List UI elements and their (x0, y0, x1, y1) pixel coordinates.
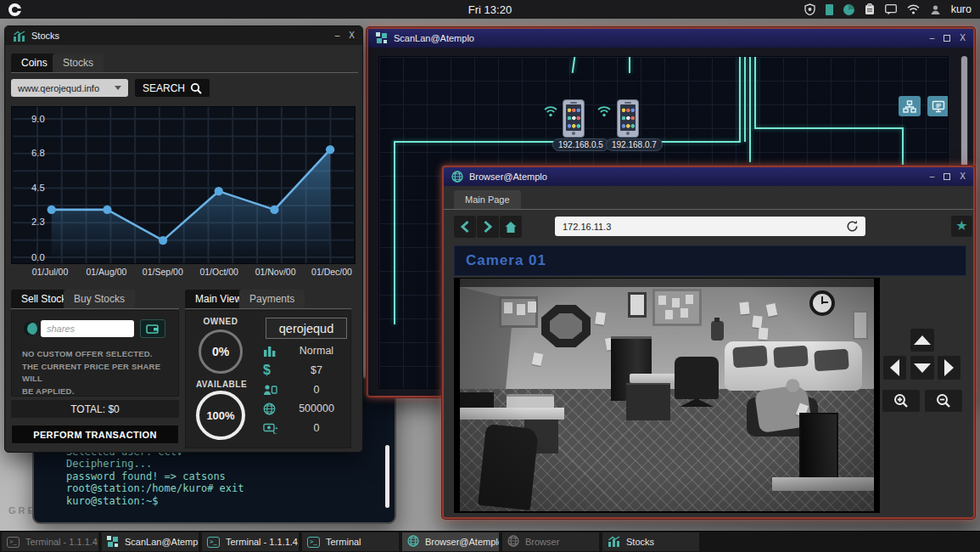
tab-coins[interactable]: Coins (11, 54, 58, 72)
camera-up-button[interactable] (910, 329, 934, 352)
wall-paper (595, 312, 606, 324)
stock-price-chart: 0.02.34.56.89.0 (11, 106, 356, 264)
scanlan-title: ScanLan@Atemplo (394, 33, 474, 43)
wallet-button[interactable] (140, 319, 165, 338)
scanlan-app-icon (376, 32, 388, 44)
reload-icon[interactable] (845, 219, 860, 234)
taskbar-item-label: Stocks (626, 537, 654, 547)
tab-buy-stocks[interactable]: Buy Stocks (64, 290, 135, 308)
chart-x-axis-labels: 01/Jul/0001/Aug/0001/Sep/0001/Oct/0001/N… (11, 267, 356, 279)
wall-paper (759, 328, 769, 341)
tab-stocks[interactable]: Stocks (53, 54, 104, 72)
stat-row: $ $7 (263, 362, 350, 379)
lan-link-line (572, 57, 576, 73)
fire-extinguisher (711, 321, 724, 341)
scanlan-titlebar[interactable]: ScanLan@Atemplo – X (368, 29, 973, 48)
taskbar-item-scanlan[interactable]: ScanLan@Atemp... (102, 532, 199, 551)
lan-link-line (754, 127, 904, 129)
minimize-button[interactable]: – (930, 172, 935, 181)
terminal-prompt-line: kuro@station:~$ (66, 495, 158, 507)
x-tick-label: 01/Dec/00 (311, 267, 352, 277)
terminal-line: root@station:/home/kuro# exit (66, 482, 244, 494)
wifi-signal-icon (596, 105, 612, 117)
global-shares-icon (263, 403, 283, 415)
chevron-down-icon (115, 86, 121, 90)
owned-percentage: 0% (199, 330, 243, 374)
total-amount: TOTAL: $0 (11, 400, 179, 418)
minimize-button[interactable]: – (930, 34, 935, 42)
home-button[interactable] (500, 216, 522, 238)
stocks-title: Stocks (31, 31, 59, 41)
taskbar-item-stocks[interactable]: Stocks (602, 532, 699, 551)
picture-frame (628, 292, 647, 318)
dollar-icon: $ (263, 364, 283, 376)
wall-paper (752, 315, 763, 328)
taskbar-item-terminal-1[interactable]: >_Terminal - 1.1.1.4... (2, 532, 98, 551)
device-ip-label[interactable]: 192.168.0.7 (606, 138, 663, 151)
stocks-window: Stocks – X Coins Stocks www.qerojequd.in… (4, 25, 363, 453)
phone-screen (566, 104, 581, 131)
taskbar-item-label: Browser (525, 537, 559, 547)
lan-link-line (749, 57, 751, 162)
zoom-out-button[interactable] (925, 390, 962, 412)
taskbar-item-label: Terminal (326, 537, 361, 547)
camera-left-button[interactable] (883, 356, 906, 380)
close-button[interactable]: X (349, 31, 355, 40)
search-button[interactable]: SEARCH (135, 79, 210, 97)
shares-input[interactable] (41, 320, 134, 337)
lan-link-line (754, 57, 756, 128)
perform-transaction-button[interactable]: PERFORM TRANSACTION (11, 425, 179, 444)
ip-lookup-button[interactable]: IP (927, 96, 949, 116)
browser-titlebar[interactable]: Browser@Atemplo – X (444, 167, 973, 186)
taskbar-item-terminal-2[interactable]: >_Terminal - 1.1.1.4... (202, 532, 299, 551)
stock-site-dropdown[interactable]: www.qerojequd.info (11, 79, 128, 97)
custom-offer-toggle[interactable] (24, 322, 37, 335)
stat-value: 0 (283, 384, 350, 396)
close-button[interactable]: X (960, 34, 966, 42)
available-label: AVAILABLE (190, 380, 253, 389)
tab-underline (11, 72, 358, 73)
stocks-titlebar[interactable]: Stocks – X (5, 26, 362, 45)
close-button[interactable]: X (960, 172, 966, 181)
taskbar-item-terminal-3[interactable]: >_Terminal (302, 532, 399, 551)
taskbar-item-browser-active[interactable]: Browser@Atemplo (402, 532, 499, 551)
sofa-cushion (773, 346, 809, 369)
svg-text:2.3: 2.3 (31, 217, 45, 227)
bookmark-star-button[interactable]: ★ (951, 216, 972, 237)
stat-value: Normal (283, 345, 350, 357)
x-tick-label: 01/Sep/00 (143, 267, 183, 277)
stat-row: 0 (263, 420, 350, 437)
tab-payments[interactable]: Payments (239, 290, 305, 308)
terminal-line: password found! => catsons (66, 470, 226, 482)
minimize-button[interactable]: – (335, 31, 340, 40)
office-chair (478, 424, 539, 510)
x-tick-label: 01/Oct/00 (199, 267, 238, 277)
maximize-button[interactable] (944, 35, 950, 42)
taskbar-item-label: Terminal - 1.1.1.4... (226, 537, 299, 547)
tab-underline (11, 308, 179, 309)
network-tree-button[interactable] (899, 96, 921, 116)
x-tick-label: 01/Jul/00 (32, 267, 69, 277)
scanlan-icon (107, 536, 119, 548)
page-heading: Camera 01 (454, 245, 966, 276)
desk-drawers (626, 383, 670, 420)
device-ip-label[interactable]: 192.168.0.5 (552, 138, 609, 151)
back-button[interactable] (454, 216, 476, 238)
maximize-button[interactable] (944, 173, 950, 180)
url-input[interactable] (555, 217, 865, 236)
lan-device-phone[interactable] (617, 99, 639, 138)
lan-device-phone[interactable] (563, 99, 585, 138)
taskbar-item-browser-2[interactable]: Browser (502, 532, 599, 551)
terminal-icon: >_ (307, 537, 320, 548)
forward-button[interactable] (477, 216, 499, 238)
tab-divider (444, 209, 973, 210)
svg-text:9.0: 9.0 (31, 114, 45, 124)
zoom-in-button[interactable] (882, 390, 920, 412)
payout-icon (263, 423, 283, 434)
terminal-icon: >_ (207, 537, 220, 548)
terminal-scrollbar[interactable] (385, 445, 389, 508)
browser-tab-main-page[interactable]: Main Page (454, 190, 521, 209)
wall-ornament (541, 305, 591, 347)
camera-right-button[interactable] (938, 356, 960, 380)
camera-down-button[interactable] (910, 356, 934, 380)
